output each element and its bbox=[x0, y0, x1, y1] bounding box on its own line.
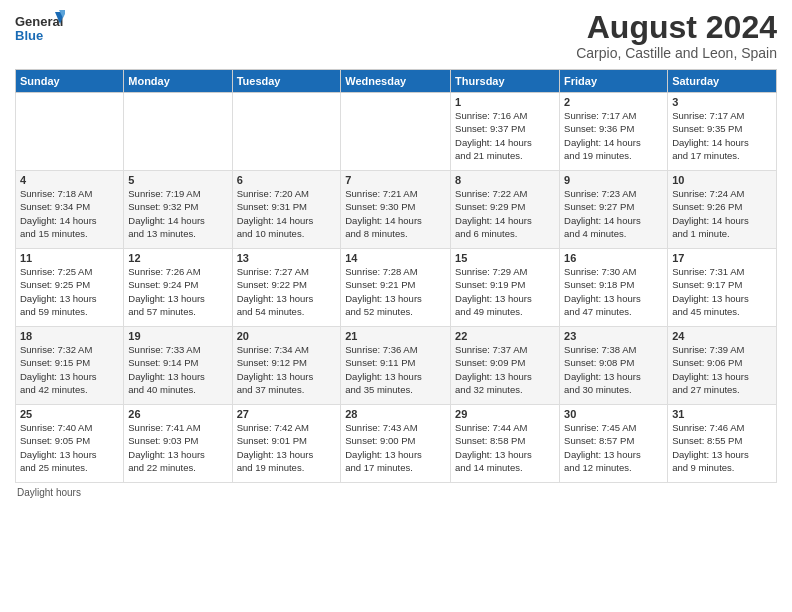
main-title: August 2024 bbox=[576, 10, 777, 45]
calendar-cell-w3-d7: 17Sunrise: 7:31 AM Sunset: 9:17 PM Dayli… bbox=[668, 249, 777, 327]
week-row-1: 1Sunrise: 7:16 AM Sunset: 9:37 PM Daylig… bbox=[16, 93, 777, 171]
calendar-cell-w2-d6: 9Sunrise: 7:23 AM Sunset: 9:27 PM Daylig… bbox=[560, 171, 668, 249]
day-info: Sunrise: 7:46 AM Sunset: 8:55 PM Dayligh… bbox=[672, 421, 772, 474]
calendar-cell-w5-d6: 30Sunrise: 7:45 AM Sunset: 8:57 PM Dayli… bbox=[560, 405, 668, 483]
calendar-cell-w2-d7: 10Sunrise: 7:24 AM Sunset: 9:26 PM Dayli… bbox=[668, 171, 777, 249]
day-number: 29 bbox=[455, 408, 555, 420]
calendar-body: 1Sunrise: 7:16 AM Sunset: 9:37 PM Daylig… bbox=[16, 93, 777, 483]
day-number: 15 bbox=[455, 252, 555, 264]
calendar-cell-w3-d3: 13Sunrise: 7:27 AM Sunset: 9:22 PM Dayli… bbox=[232, 249, 341, 327]
calendar-cell-w2-d4: 7Sunrise: 7:21 AM Sunset: 9:30 PM Daylig… bbox=[341, 171, 451, 249]
day-number: 11 bbox=[20, 252, 119, 264]
day-info: Sunrise: 7:26 AM Sunset: 9:24 PM Dayligh… bbox=[128, 265, 227, 318]
day-number: 9 bbox=[564, 174, 663, 186]
calendar-cell-w3-d5: 15Sunrise: 7:29 AM Sunset: 9:19 PM Dayli… bbox=[451, 249, 560, 327]
svg-text:Blue: Blue bbox=[15, 28, 43, 43]
day-info: Sunrise: 7:17 AM Sunset: 9:35 PM Dayligh… bbox=[672, 109, 772, 162]
day-number: 5 bbox=[128, 174, 227, 186]
week-row-4: 18Sunrise: 7:32 AM Sunset: 9:15 PM Dayli… bbox=[16, 327, 777, 405]
day-number: 1 bbox=[455, 96, 555, 108]
day-info: Sunrise: 7:43 AM Sunset: 9:00 PM Dayligh… bbox=[345, 421, 446, 474]
header-saturday: Saturday bbox=[668, 70, 777, 93]
day-info: Sunrise: 7:23 AM Sunset: 9:27 PM Dayligh… bbox=[564, 187, 663, 240]
day-number: 18 bbox=[20, 330, 119, 342]
day-info: Sunrise: 7:39 AM Sunset: 9:06 PM Dayligh… bbox=[672, 343, 772, 396]
day-info: Sunrise: 7:33 AM Sunset: 9:14 PM Dayligh… bbox=[128, 343, 227, 396]
day-info: Sunrise: 7:17 AM Sunset: 9:36 PM Dayligh… bbox=[564, 109, 663, 162]
page: General Blue August 2024 Carpio, Castill… bbox=[0, 0, 792, 612]
day-number: 14 bbox=[345, 252, 446, 264]
day-number: 25 bbox=[20, 408, 119, 420]
day-number: 16 bbox=[564, 252, 663, 264]
footer-note: Daylight hours bbox=[15, 487, 777, 498]
calendar-cell-w1-d6: 2Sunrise: 7:17 AM Sunset: 9:36 PM Daylig… bbox=[560, 93, 668, 171]
header: General Blue August 2024 Carpio, Castill… bbox=[15, 10, 777, 61]
calendar-cell-w3-d4: 14Sunrise: 7:28 AM Sunset: 9:21 PM Dayli… bbox=[341, 249, 451, 327]
day-number: 22 bbox=[455, 330, 555, 342]
day-info: Sunrise: 7:30 AM Sunset: 9:18 PM Dayligh… bbox=[564, 265, 663, 318]
day-number: 4 bbox=[20, 174, 119, 186]
calendar-cell-w3-d1: 11Sunrise: 7:25 AM Sunset: 9:25 PM Dayli… bbox=[16, 249, 124, 327]
footer-note-text: Daylight hours bbox=[17, 487, 81, 498]
calendar-cell-w4-d1: 18Sunrise: 7:32 AM Sunset: 9:15 PM Dayli… bbox=[16, 327, 124, 405]
calendar-cell-w1-d2 bbox=[124, 93, 232, 171]
day-number: 30 bbox=[564, 408, 663, 420]
calendar-cell-w4-d2: 19Sunrise: 7:33 AM Sunset: 9:14 PM Dayli… bbox=[124, 327, 232, 405]
day-info: Sunrise: 7:42 AM Sunset: 9:01 PM Dayligh… bbox=[237, 421, 337, 474]
header-wednesday: Wednesday bbox=[341, 70, 451, 93]
week-row-5: 25Sunrise: 7:40 AM Sunset: 9:05 PM Dayli… bbox=[16, 405, 777, 483]
header-sunday: Sunday bbox=[16, 70, 124, 93]
svg-text:General: General bbox=[15, 14, 63, 29]
calendar-cell-w4-d7: 24Sunrise: 7:39 AM Sunset: 9:06 PM Dayli… bbox=[668, 327, 777, 405]
day-info: Sunrise: 7:37 AM Sunset: 9:09 PM Dayligh… bbox=[455, 343, 555, 396]
day-info: Sunrise: 7:32 AM Sunset: 9:15 PM Dayligh… bbox=[20, 343, 119, 396]
day-number: 20 bbox=[237, 330, 337, 342]
calendar-cell-w4-d3: 20Sunrise: 7:34 AM Sunset: 9:12 PM Dayli… bbox=[232, 327, 341, 405]
day-number: 23 bbox=[564, 330, 663, 342]
day-number: 7 bbox=[345, 174, 446, 186]
day-number: 17 bbox=[672, 252, 772, 264]
calendar-cell-w1-d1 bbox=[16, 93, 124, 171]
day-number: 28 bbox=[345, 408, 446, 420]
day-info: Sunrise: 7:27 AM Sunset: 9:22 PM Dayligh… bbox=[237, 265, 337, 318]
calendar-cell-w2-d2: 5Sunrise: 7:19 AM Sunset: 9:32 PM Daylig… bbox=[124, 171, 232, 249]
week-row-2: 4Sunrise: 7:18 AM Sunset: 9:34 PM Daylig… bbox=[16, 171, 777, 249]
calendar-cell-w5-d5: 29Sunrise: 7:44 AM Sunset: 8:58 PM Dayli… bbox=[451, 405, 560, 483]
calendar-cell-w1-d4 bbox=[341, 93, 451, 171]
day-info: Sunrise: 7:41 AM Sunset: 9:03 PM Dayligh… bbox=[128, 421, 227, 474]
day-number: 3 bbox=[672, 96, 772, 108]
day-info: Sunrise: 7:36 AM Sunset: 9:11 PM Dayligh… bbox=[345, 343, 446, 396]
day-number: 24 bbox=[672, 330, 772, 342]
day-info: Sunrise: 7:20 AM Sunset: 9:31 PM Dayligh… bbox=[237, 187, 337, 240]
header-thursday: Thursday bbox=[451, 70, 560, 93]
day-number: 2 bbox=[564, 96, 663, 108]
day-info: Sunrise: 7:40 AM Sunset: 9:05 PM Dayligh… bbox=[20, 421, 119, 474]
day-info: Sunrise: 7:21 AM Sunset: 9:30 PM Dayligh… bbox=[345, 187, 446, 240]
logo: General Blue bbox=[15, 10, 65, 48]
header-monday: Monday bbox=[124, 70, 232, 93]
day-info: Sunrise: 7:19 AM Sunset: 9:32 PM Dayligh… bbox=[128, 187, 227, 240]
title-section: August 2024 Carpio, Castille and Leon, S… bbox=[576, 10, 777, 61]
weekday-header-row: Sunday Monday Tuesday Wednesday Thursday… bbox=[16, 70, 777, 93]
day-info: Sunrise: 7:18 AM Sunset: 9:34 PM Dayligh… bbox=[20, 187, 119, 240]
day-info: Sunrise: 7:34 AM Sunset: 9:12 PM Dayligh… bbox=[237, 343, 337, 396]
header-friday: Friday bbox=[560, 70, 668, 93]
day-info: Sunrise: 7:24 AM Sunset: 9:26 PM Dayligh… bbox=[672, 187, 772, 240]
calendar-cell-w4-d6: 23Sunrise: 7:38 AM Sunset: 9:08 PM Dayli… bbox=[560, 327, 668, 405]
subtitle: Carpio, Castille and Leon, Spain bbox=[576, 45, 777, 61]
day-number: 27 bbox=[237, 408, 337, 420]
day-info: Sunrise: 7:25 AM Sunset: 9:25 PM Dayligh… bbox=[20, 265, 119, 318]
day-number: 12 bbox=[128, 252, 227, 264]
calendar-cell-w5-d2: 26Sunrise: 7:41 AM Sunset: 9:03 PM Dayli… bbox=[124, 405, 232, 483]
day-info: Sunrise: 7:22 AM Sunset: 9:29 PM Dayligh… bbox=[455, 187, 555, 240]
calendar-cell-w3-d2: 12Sunrise: 7:26 AM Sunset: 9:24 PM Dayli… bbox=[124, 249, 232, 327]
calendar-cell-w5-d7: 31Sunrise: 7:46 AM Sunset: 8:55 PM Dayli… bbox=[668, 405, 777, 483]
calendar-table: Sunday Monday Tuesday Wednesday Thursday… bbox=[15, 69, 777, 483]
calendar-cell-w2-d5: 8Sunrise: 7:22 AM Sunset: 9:29 PM Daylig… bbox=[451, 171, 560, 249]
day-info: Sunrise: 7:45 AM Sunset: 8:57 PM Dayligh… bbox=[564, 421, 663, 474]
calendar-cell-w1-d7: 3Sunrise: 7:17 AM Sunset: 9:35 PM Daylig… bbox=[668, 93, 777, 171]
day-number: 21 bbox=[345, 330, 446, 342]
day-info: Sunrise: 7:16 AM Sunset: 9:37 PM Dayligh… bbox=[455, 109, 555, 162]
calendar-cell-w2-d1: 4Sunrise: 7:18 AM Sunset: 9:34 PM Daylig… bbox=[16, 171, 124, 249]
day-number: 19 bbox=[128, 330, 227, 342]
